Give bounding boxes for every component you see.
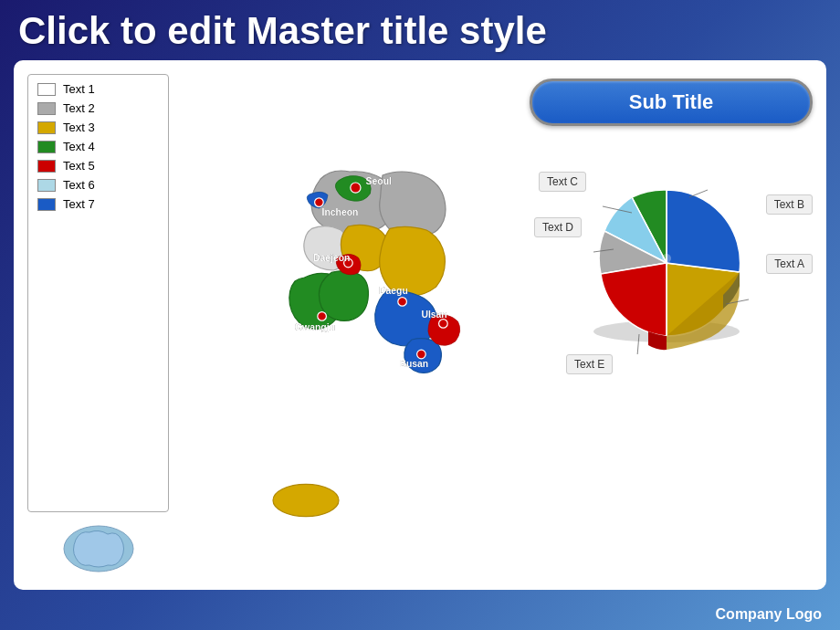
map-icon-area: [27, 521, 169, 576]
left-panel: Text 1 Text 2 Text 3 Text 4 Text 5 Text …: [27, 74, 169, 576]
city-label-busan: Busan: [399, 359, 428, 369]
legend-box: Text 1 Text 2 Text 3 Text 4 Text 5 Text …: [27, 74, 169, 512]
city-dot-ulsan: [438, 320, 447, 329]
city-label-seoul: Seoul: [365, 176, 391, 186]
map-area: Seoul Incheon Daejeon Daegu Ulsan Busan …: [178, 74, 520, 576]
legend-label-4: Text 4: [63, 140, 95, 153]
main-content: Text 1 Text 2 Text 3 Text 4 Text 5 Text …: [14, 60, 826, 590]
legend-label-7: Text 7: [63, 197, 95, 211]
list-item: Text 2: [37, 101, 159, 115]
legend-label-6: Text 6: [63, 178, 95, 192]
city-label-ulsan: Ulsan: [421, 310, 446, 320]
city-label-incheon: Incheon: [321, 207, 358, 217]
header: Click to edit Master title style: [0, 0, 840, 60]
right-panel: Sub Title Text C Text B Text D Text A Te…: [530, 74, 813, 576]
subtitle-badge[interactable]: Sub Title: [530, 79, 813, 126]
list-item: Text 6: [37, 178, 159, 192]
list-item: Text 4: [37, 140, 159, 153]
page-title[interactable]: Click to edit Master title style: [18, 9, 822, 53]
city-dot-gwangju: [317, 312, 326, 321]
chart-label-b: Text B: [766, 194, 813, 215]
city-label-daejeon: Daejeon: [313, 253, 350, 263]
swatch-3: [37, 121, 56, 134]
city-dot-incheon: [314, 198, 323, 207]
pie-chart: [575, 172, 758, 354]
korea-mini-icon: [58, 521, 140, 576]
swatch-2: [37, 102, 56, 115]
city-label-daegu: Daegu: [379, 286, 408, 296]
swatch-4: [37, 141, 56, 153]
swatch-6: [37, 179, 56, 192]
list-item: Text 3: [37, 121, 159, 134]
legend-label-5: Text 5: [63, 159, 95, 173]
chart-label-e: Text E: [566, 354, 613, 374]
list-item: Text 5: [37, 159, 159, 173]
footer: Company Logo: [716, 606, 822, 623]
city-dot-daegu: [397, 298, 406, 307]
city-dot-seoul: [350, 183, 360, 193]
legend-label-3: Text 3: [63, 121, 95, 134]
svg-point-1: [273, 484, 339, 516]
swatch-1: [37, 83, 56, 96]
swatch-5: [37, 160, 56, 173]
chart-label-a: Text A: [766, 254, 813, 274]
city-dot-busan: [416, 350, 425, 359]
korea-map-svg: Seoul Incheon Daejeon Daegu Ulsan Busan …: [204, 97, 496, 553]
chart-area: Text C Text B Text D Text A Text E: [530, 144, 813, 576]
list-item: Text 1: [37, 82, 159, 96]
list-item: Text 7: [37, 197, 159, 211]
legend-label-2: Text 2: [63, 101, 95, 115]
legend-label-1: Text 1: [63, 82, 95, 96]
swatch-7: [37, 198, 56, 211]
city-label-gwangju: Gwangju: [295, 322, 335, 332]
svg-line-11: [689, 190, 708, 197]
